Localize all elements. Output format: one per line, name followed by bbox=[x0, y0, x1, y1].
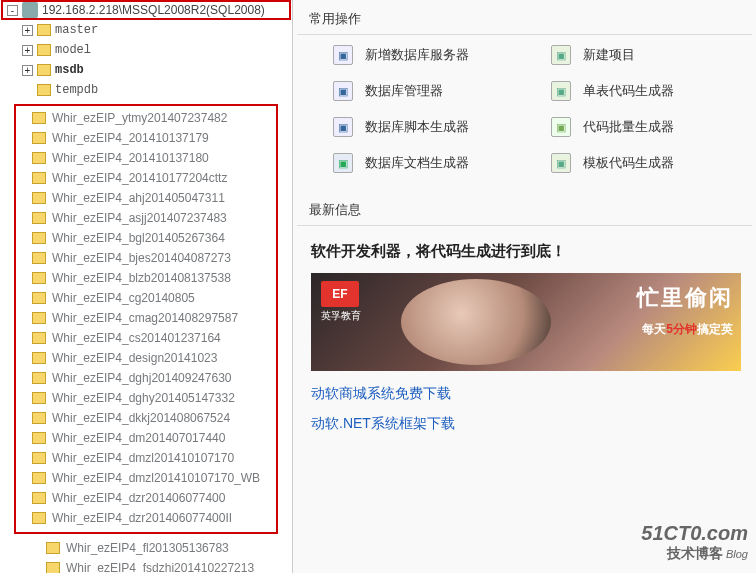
db-icon bbox=[32, 332, 46, 344]
db-item[interactable]: Whir_ezEIP4_201410177204cttz bbox=[16, 168, 276, 188]
db-item[interactable]: Whir_ezEIP4_design20141023 bbox=[16, 348, 276, 368]
db-item[interactable]: Whir_ezEIP4_bjes201404087273 bbox=[16, 248, 276, 268]
db-label: Whir_ezEIP4_cg20140805 bbox=[52, 291, 195, 305]
db-item[interactable]: Whir_ezEIP4_201410137180 bbox=[16, 148, 276, 168]
db-icon bbox=[32, 492, 46, 504]
db-item[interactable]: Whir_ezEIP4_fsdzhi201410227213 bbox=[30, 558, 292, 573]
expand-icon[interactable]: + bbox=[22, 45, 33, 56]
db-icon bbox=[32, 132, 46, 144]
op-数据库文档生成器[interactable]: ▣数据库文档生成器 bbox=[333, 153, 531, 173]
db-label: Whir_ezEIP4_design20141023 bbox=[52, 351, 217, 365]
download-link[interactable]: 动软.NET系统框架下载 bbox=[311, 415, 738, 433]
banner-line1: 忙里偷闲 bbox=[637, 283, 733, 313]
db-label: Whir_ezEIP4_dghy201405147332 bbox=[52, 391, 235, 405]
db-label: Whir_ezEIP4_dm201407017440 bbox=[52, 431, 225, 445]
collapse-icon[interactable]: - bbox=[7, 5, 18, 16]
wm-sub: 技术博客 bbox=[667, 545, 723, 561]
expand-icon[interactable]: + bbox=[22, 65, 33, 76]
db-icon bbox=[32, 512, 46, 524]
server-node[interactable]: - 192.168.2.218\MSSQL2008R2(SQL2008) bbox=[1, 0, 291, 20]
sysdb-master[interactable]: +master bbox=[18, 20, 292, 40]
db-item[interactable]: Whir_ezEIP4_cs201401237164 bbox=[16, 328, 276, 348]
db-icon: ▣ bbox=[333, 45, 353, 65]
server-label: 192.168.2.218\MSSQL2008R2(SQL2008) bbox=[42, 3, 265, 17]
db-item[interactable]: Whir_ezEIP4_dmzl201410107170_WB bbox=[16, 468, 276, 488]
expand-icon[interactable]: + bbox=[22, 25, 33, 36]
sysdb-msdb[interactable]: +msdb bbox=[18, 60, 292, 80]
db-label: Whir_ezEIP4_asjj201407237483 bbox=[52, 211, 227, 225]
db-icon bbox=[32, 212, 46, 224]
db-icon bbox=[32, 152, 46, 164]
db-label: tempdb bbox=[55, 83, 98, 97]
db-icon bbox=[32, 252, 46, 264]
op-代码批量生成器[interactable]: ▣代码批量生成器 bbox=[551, 117, 749, 137]
db-item[interactable]: Whir_ezEIP4_bgl201405267364 bbox=[16, 228, 276, 248]
db-label: master bbox=[55, 23, 98, 37]
db-label: Whir_ezEIP4_dmzl201410107170 bbox=[52, 451, 234, 465]
db-item[interactable]: Whir_ezEIP4_dghj201409247630 bbox=[16, 368, 276, 388]
db-label: Whir_ezEIP4_dghj201409247630 bbox=[52, 371, 231, 385]
db-item[interactable]: Whir_ezEIP4_dzr201406077400II bbox=[16, 508, 276, 528]
op-label: 数据库管理器 bbox=[365, 82, 443, 100]
db-item[interactable]: Whir_ezEIP4_ahj201405047311 bbox=[16, 188, 276, 208]
op-label: 代码批量生成器 bbox=[583, 118, 674, 136]
main-panel: 常用操作 ▣新增数据库服务器▣新建项目▣数据库管理器▣单表代码生成器▣数据库脚本… bbox=[293, 0, 756, 573]
op-label: 新建项目 bbox=[583, 46, 635, 64]
news-title: 最新信息 bbox=[297, 191, 752, 226]
db-label: model bbox=[55, 43, 91, 57]
db-icon bbox=[32, 472, 46, 484]
op-数据库脚本生成器[interactable]: ▣数据库脚本生成器 bbox=[333, 117, 531, 137]
db-label: Whir_ezEIP4_bjes201404087273 bbox=[52, 251, 231, 265]
sysdb-tempdb[interactable]: tempdb bbox=[18, 80, 292, 100]
op-label: 数据库文档生成器 bbox=[365, 154, 469, 172]
db-label: Whir_ezEIP4_dzr201406077400II bbox=[52, 511, 232, 525]
op-label: 模板代码生成器 bbox=[583, 154, 674, 172]
db-icon bbox=[32, 192, 46, 204]
db-item[interactable]: Whir_ezEIP4_fl201305136783 bbox=[30, 538, 292, 558]
db-item[interactable]: Whir_ezEIP_ytmy201407237482 bbox=[16, 108, 276, 128]
db-item[interactable]: Whir_ezEIP4_cmag201408297587 bbox=[16, 308, 276, 328]
headline: 软件开发利器，将代码生成进行到底！ bbox=[293, 236, 756, 267]
db-icon bbox=[32, 412, 46, 424]
db-item[interactable]: Whir_ezEIP4_dzr201406077400 bbox=[16, 488, 276, 508]
db-label: Whir_ezEIP4_201410177204cttz bbox=[52, 171, 227, 185]
db-label: Whir_ezEIP4_blzb201408137538 bbox=[52, 271, 231, 285]
db-item[interactable]: Whir_ezEIP4_dm201407017440 bbox=[16, 428, 276, 448]
download-links: 动软商城系统免费下载动软.NET系统框架下载 bbox=[293, 371, 756, 459]
db-item[interactable]: Whir_ezEIP4_201410137179 bbox=[16, 128, 276, 148]
op-单表代码生成器[interactable]: ▣单表代码生成器 bbox=[551, 81, 749, 101]
op-新增数据库服务器[interactable]: ▣新增数据库服务器 bbox=[333, 45, 531, 65]
db-item[interactable]: Whir_ezEIP4_dghy201405147332 bbox=[16, 388, 276, 408]
wm-blog: Blog bbox=[726, 548, 748, 560]
db-icon bbox=[32, 432, 46, 444]
ad-banner[interactable]: EF 英孚教育 忙里偷闲 每天5分钟搞定英 bbox=[311, 273, 741, 371]
db-label: Whir_ezEIP4_201410137180 bbox=[52, 151, 209, 165]
op-模板代码生成器[interactable]: ▣模板代码生成器 bbox=[551, 153, 749, 173]
db-icon: ▣ bbox=[333, 81, 353, 101]
download-link[interactable]: 动软商城系统免费下载 bbox=[311, 385, 738, 403]
db-item[interactable]: Whir_ezEIP4_asjj201407237483 bbox=[16, 208, 276, 228]
sysdb-model[interactable]: +model bbox=[18, 40, 292, 60]
db-item[interactable]: Whir_ezEIP4_dkkj201408067524 bbox=[16, 408, 276, 428]
pen-icon: ▣ bbox=[551, 81, 571, 101]
db-label: Whir_ezEIP4_fsdzhi201410227213 bbox=[66, 561, 254, 573]
db-label: msdb bbox=[55, 63, 84, 77]
db-icon bbox=[32, 352, 46, 364]
db-icon bbox=[37, 44, 51, 56]
op-label: 数据库脚本生成器 bbox=[365, 118, 469, 136]
db-label: Whir_ezEIP4_cmag201408297587 bbox=[52, 311, 238, 325]
db-icon bbox=[32, 232, 46, 244]
db-icon bbox=[32, 272, 46, 284]
db-icon bbox=[37, 84, 51, 96]
op-label: 单表代码生成器 bbox=[583, 82, 674, 100]
db-tree-panel: - 192.168.2.218\MSSQL2008R2(SQL2008) +ma… bbox=[0, 0, 293, 573]
op-label: 新增数据库服务器 bbox=[365, 46, 469, 64]
op-新建项目[interactable]: ▣新建项目 bbox=[551, 45, 749, 65]
op-数据库管理器[interactable]: ▣数据库管理器 bbox=[333, 81, 531, 101]
ops-title: 常用操作 bbox=[297, 0, 752, 35]
brand-sub: 英孚教育 bbox=[321, 309, 361, 323]
db-label: Whir_ezEIP4_cs201401237164 bbox=[52, 331, 221, 345]
db-item[interactable]: Whir_ezEIP4_cg20140805 bbox=[16, 288, 276, 308]
db-item[interactable]: Whir_ezEIP4_dmzl201410107170 bbox=[16, 448, 276, 468]
db-item[interactable]: Whir_ezEIP4_blzb201408137538 bbox=[16, 268, 276, 288]
